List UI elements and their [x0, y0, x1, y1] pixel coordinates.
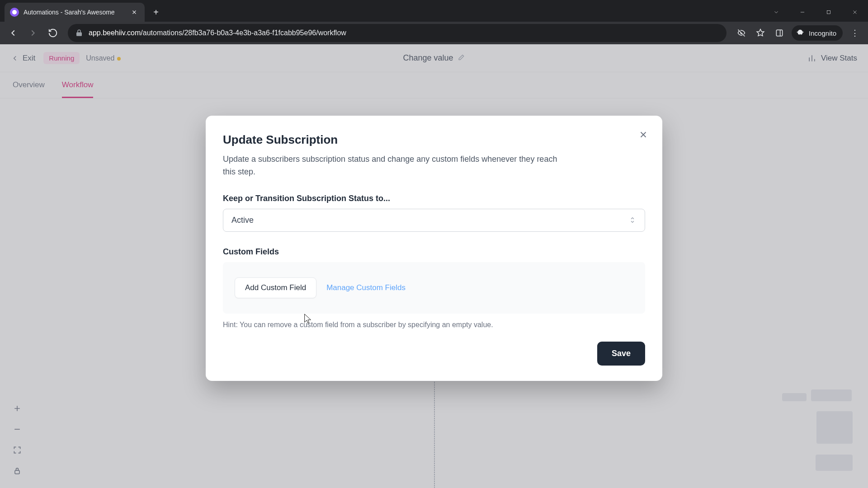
- new-tab-button[interactable]: +: [148, 5, 164, 20]
- status-select-value: Active: [231, 216, 254, 225]
- bookmark-star-icon[interactable]: [752, 24, 769, 42]
- modal-close-button[interactable]: [636, 127, 651, 142]
- svg-point-0: [12, 10, 17, 14]
- browser-tab-strip: Automations - Sarah's Awesome +: [0, 0, 868, 22]
- manage-custom-fields-link[interactable]: Manage Custom Fields: [326, 283, 406, 292]
- forward-button[interactable]: [24, 24, 42, 42]
- side-panel-icon[interactable]: [771, 24, 788, 42]
- incognito-badge[interactable]: Incognito: [792, 25, 843, 41]
- svg-rect-2: [776, 30, 782, 36]
- tab-close-icon[interactable]: [130, 8, 138, 16]
- app-viewport: Exit Running Unsaved Change value View S…: [0, 44, 868, 488]
- chevron-updown-icon: [628, 216, 637, 224]
- svg-rect-1: [827, 11, 830, 14]
- tab-title: Automations - Sarah's Awesome: [24, 9, 126, 16]
- modal-title: Update Subscription: [223, 133, 645, 147]
- status-select[interactable]: Active: [223, 209, 645, 232]
- close-icon: [638, 130, 648, 140]
- url-text: app.beehiiv.com/automations/28fb3a76-b0a…: [89, 29, 346, 37]
- kebab-menu-icon[interactable]: ⋮: [846, 24, 863, 42]
- update-subscription-modal: Update Subscription Update a subscribers…: [206, 116, 662, 381]
- incognito-icon: [795, 28, 805, 38]
- favicon-icon: [10, 8, 19, 17]
- window-controls: [763, 3, 868, 22]
- close-window-icon[interactable]: [842, 3, 868, 22]
- lock-icon: [75, 29, 83, 37]
- modal-overlay[interactable]: Update Subscription Update a subscribers…: [0, 44, 868, 488]
- custom-fields-panel: Add Custom Field Manage Custom Fields: [223, 262, 645, 314]
- chevron-down-icon[interactable]: [763, 3, 789, 22]
- browser-tab[interactable]: Automations - Sarah's Awesome: [5, 3, 145, 22]
- minimize-icon[interactable]: [789, 3, 816, 22]
- back-button[interactable]: [5, 24, 22, 42]
- status-field-label: Keep or Transition Subscription Status t…: [223, 194, 645, 203]
- reload-button[interactable]: [44, 24, 61, 42]
- eye-off-icon[interactable]: [733, 24, 750, 42]
- custom-fields-hint: Hint: You can remove a custom field from…: [223, 321, 645, 329]
- maximize-icon[interactable]: [816, 3, 842, 22]
- address-bar[interactable]: app.beehiiv.com/automations/28fb3a76-b0a…: [68, 24, 726, 42]
- save-button[interactable]: Save: [597, 342, 645, 366]
- modal-description: Update a subscribers subscription status…: [223, 153, 566, 178]
- custom-fields-label: Custom Fields: [223, 247, 645, 257]
- browser-toolbar: app.beehiiv.com/automations/28fb3a76-b0a…: [0, 22, 868, 44]
- add-custom-field-button[interactable]: Add Custom Field: [235, 277, 316, 298]
- incognito-label: Incognito: [809, 29, 836, 37]
